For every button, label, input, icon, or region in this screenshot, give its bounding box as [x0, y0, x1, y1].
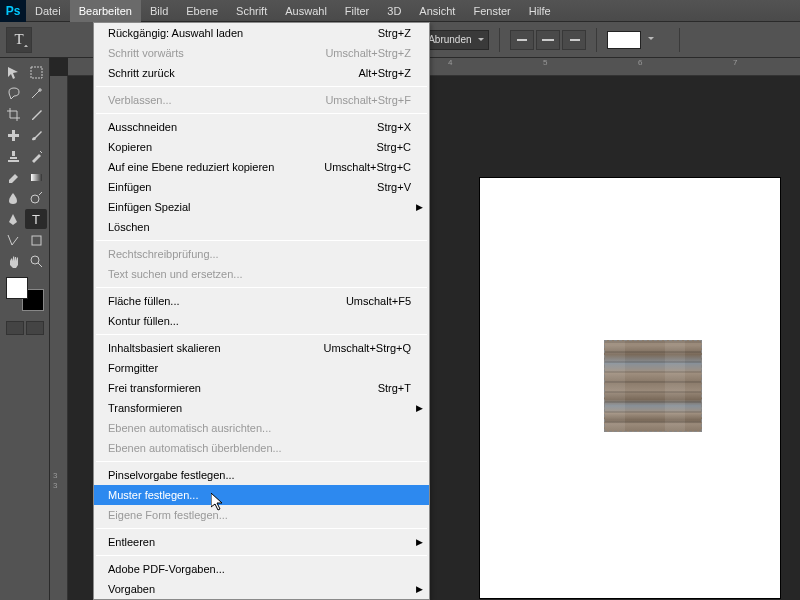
ruler-vertical[interactable]: 3 3	[50, 76, 68, 600]
menu-item-pinselvorgabe-festlegen[interactable]: Pinselvorgabe festlegen...	[94, 465, 429, 485]
menu-item-label: Eigene Form festlegen...	[108, 508, 228, 522]
text-align-group	[510, 30, 586, 50]
menu-shortcut: Alt+Strg+Z	[358, 66, 411, 80]
menu-item-label: Inhaltsbasiert skalieren	[108, 341, 221, 355]
menu-item-adobe-pdf-vorgaben[interactable]: Adobe PDF-Vorgaben...	[94, 559, 429, 579]
menu-item-ausschneiden[interactable]: AusschneidenStrg+X	[94, 117, 429, 137]
gradient-tool[interactable]	[25, 167, 47, 187]
menu-ansicht[interactable]: Ansicht	[410, 0, 464, 22]
ruler-tick: 3	[53, 471, 57, 480]
svg-rect-6	[32, 236, 41, 245]
foreground-color-swatch[interactable]	[6, 277, 28, 299]
menu-item-formgitter[interactable]: Formgitter	[94, 358, 429, 378]
menu-item-label: Kopieren	[108, 140, 152, 154]
dodge-tool[interactable]	[25, 188, 47, 208]
menu-item-kontur-f-llen[interactable]: Kontur füllen...	[94, 311, 429, 331]
menu-item-kopieren[interactable]: KopierenStrg+C	[94, 137, 429, 157]
menu-item-fl-che-f-llen[interactable]: Fläche füllen...Umschalt+F5	[94, 291, 429, 311]
marquee-selection[interactable]	[604, 340, 702, 432]
menu-item-text-suchen-und-ersetzen: Text suchen und ersetzen...	[94, 264, 429, 284]
menu-item-label: Ausschneiden	[108, 120, 177, 134]
menu-item-auf-eine-ebene-reduziert-kopieren[interactable]: Auf eine Ebene reduziert kopierenUmschal…	[94, 157, 429, 177]
zoom-tool[interactable]	[25, 251, 47, 271]
text-color-swatch[interactable]	[607, 31, 641, 49]
color-swatches[interactable]	[6, 277, 44, 311]
menu-fenster[interactable]: Fenster	[464, 0, 519, 22]
svg-rect-0	[31, 67, 42, 78]
menu-item-vorgaben[interactable]: Vorgaben▶	[94, 579, 429, 599]
menu-item-frei-transformieren[interactable]: Frei transformierenStrg+T	[94, 378, 429, 398]
menu-item-label: Muster festlegen...	[108, 488, 199, 502]
menu-item-muster-festlegen[interactable]: Muster festlegen...	[94, 485, 429, 505]
menu-item-label: Schritt zurück	[108, 66, 175, 80]
ruler-tick: 4	[448, 58, 452, 67]
menu-bild[interactable]: Bild	[141, 0, 177, 22]
menu-separator	[96, 334, 427, 335]
menu-item-eigene-form-festlegen: Eigene Form festlegen...	[94, 505, 429, 525]
blur-tool[interactable]	[2, 188, 24, 208]
menu-bearbeiten[interactable]: Bearbeiten	[70, 0, 141, 22]
stamp-tool[interactable]	[2, 146, 24, 166]
marquee-tool[interactable]	[25, 62, 47, 82]
eraser-tool[interactable]	[2, 167, 24, 187]
menu-item-r-ckg-ngig-auswahl-laden[interactable]: Rückgängig: Auswahl ladenStrg+Z	[94, 23, 429, 43]
history-brush-tool[interactable]	[25, 146, 47, 166]
eyedropper-tool[interactable]	[25, 104, 47, 124]
menu-item-einf-gen[interactable]: EinfügenStrg+V	[94, 177, 429, 197]
align-center-button[interactable]	[536, 30, 560, 50]
menu-item-rechtschreibpr-fung: Rechtschreibprüfung...	[94, 244, 429, 264]
menu-item-label: Ebenen automatisch überblenden...	[108, 441, 282, 455]
tool-preset-picker[interactable]: T	[6, 27, 32, 53]
menu-item-verblassen: Verblassen...Umschalt+Strg+F	[94, 90, 429, 110]
menu-item-inhaltsbasiert-skalieren[interactable]: Inhaltsbasiert skalierenUmschalt+Strg+Q	[94, 338, 429, 358]
menu-item-l-schen[interactable]: Löschen	[94, 217, 429, 237]
menu-item-label: Einfügen	[108, 180, 151, 194]
menu-schrift[interactable]: Schrift	[227, 0, 276, 22]
menu-separator	[96, 555, 427, 556]
menu-separator	[96, 240, 427, 241]
wand-tool[interactable]	[25, 83, 47, 103]
menu-item-label: Vorgaben	[108, 582, 155, 596]
move-tool[interactable]	[2, 62, 24, 82]
quickmask-button[interactable]	[6, 321, 24, 335]
hand-tool[interactable]	[2, 251, 24, 271]
antialiasing-dropdown[interactable]: Abrunden	[421, 30, 488, 50]
pen-tool[interactable]	[2, 209, 24, 229]
menu-item-label: Formgitter	[108, 361, 158, 375]
separator	[679, 28, 680, 52]
brush-tool[interactable]	[25, 125, 47, 145]
lasso-tool[interactable]	[2, 83, 24, 103]
menu-auswahl[interactable]: Auswahl	[276, 0, 336, 22]
menubar: Ps DateiBearbeitenBildEbeneSchriftAuswah…	[0, 0, 800, 22]
menu-hilfe[interactable]: Hilfe	[520, 0, 560, 22]
svg-point-7	[31, 256, 39, 264]
menu-item-entleeren[interactable]: Entleeren▶	[94, 532, 429, 552]
screenmode-button[interactable]	[26, 321, 44, 335]
menu-ebene[interactable]: Ebene	[177, 0, 227, 22]
healing-tool[interactable]	[2, 125, 24, 145]
menu-item-label: Ebenen automatisch ausrichten...	[108, 421, 271, 435]
tool-panel: T	[0, 58, 50, 600]
menu-shortcut: Umschalt+Strg+Q	[324, 341, 411, 355]
align-left-button[interactable]	[510, 30, 534, 50]
menu-datei[interactable]: Datei	[26, 0, 70, 22]
submenu-arrow-icon: ▶	[416, 401, 423, 415]
menu-separator	[96, 113, 427, 114]
menu-item-label: Pinselvorgabe festlegen...	[108, 468, 235, 482]
crop-tool[interactable]	[2, 104, 24, 124]
svg-rect-2	[12, 130, 15, 141]
menu-shortcut: Strg+V	[377, 180, 411, 194]
path-tool[interactable]	[2, 230, 24, 250]
menu-item-einf-gen-spezial[interactable]: Einfügen Spezial▶	[94, 197, 429, 217]
submenu-arrow-icon: ▶	[416, 200, 423, 214]
type-tool[interactable]: T	[25, 209, 47, 229]
shape-tool[interactable]	[25, 230, 47, 250]
menu-filter[interactable]: Filter	[336, 0, 378, 22]
menu-item-label: Rechtschreibprüfung...	[108, 247, 219, 261]
menu-item-label: Entleeren	[108, 535, 155, 549]
menu-item-transformieren[interactable]: Transformieren▶	[94, 398, 429, 418]
menu-item-label: Text suchen und ersetzen...	[108, 267, 243, 281]
menu-item-schritt-zur-ck[interactable]: Schritt zurückAlt+Strg+Z	[94, 63, 429, 83]
align-right-button[interactable]	[562, 30, 586, 50]
menu-3d[interactable]: 3D	[378, 0, 410, 22]
